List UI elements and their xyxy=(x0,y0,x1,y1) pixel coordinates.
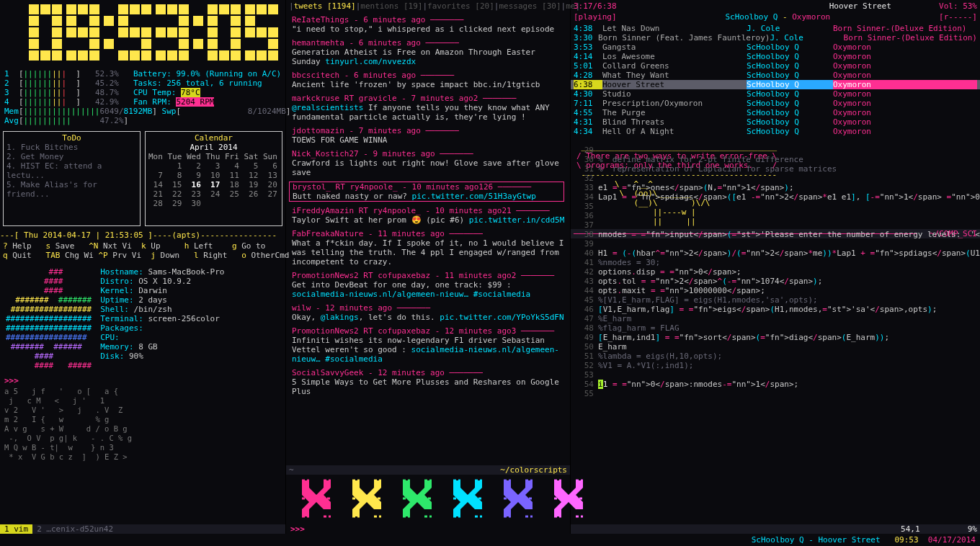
tweet[interactable]: Nick_Kostich27 - 9 minutes ago ───────Cr… xyxy=(292,149,567,177)
track-list[interactable]: 4:38Let Nas DownJ. ColeBorn Sinner-(Delu… xyxy=(571,24,980,139)
tweet[interactable]: PromotionNews2 RT cofupaxebaz - 12 minut… xyxy=(292,326,567,364)
tmux-tab[interactable]: 2 …cenix-d52un42 xyxy=(32,524,117,534)
tweet[interactable]: brystol_ RT ry4npoole_ - 10 minutes ago1… xyxy=(289,182,564,202)
editor-status: 54,1 9% xyxy=(571,524,980,534)
tweet[interactable]: SocialSavvyGeek - 12 minutes ago ───────… xyxy=(292,368,567,396)
prompt-2[interactable]: >>> xyxy=(286,522,570,534)
keymap-grid: a 5 j f ' o [ a { j c M < j ' 1 v 2 V ' … xyxy=(0,385,285,463)
tweet[interactable]: bbcscitech - 6 minutes ago ───────Ancien… xyxy=(292,71,567,89)
tweet[interactable]: iFreddyAmazin RT ry4npoole_ - 10 minutes… xyxy=(292,206,567,225)
tmux-tab[interactable]: 1 vim xyxy=(0,524,32,534)
calendar-panel: Calendar April 2014Mon Tue Wed Thu Fri S… xyxy=(145,131,282,226)
colorscripts-status: ~ ~/colorscripts xyxy=(286,465,570,475)
tweet-list[interactable]: ReIateThings - 6 minutes ago ───────"i n… xyxy=(286,14,570,465)
todo-item: 1. Fuck Bitches xyxy=(6,143,137,152)
colorscript-output xyxy=(286,475,570,522)
todo-item: 4. HIST EC: attend a lectu... xyxy=(6,161,137,180)
tmux-tabs[interactable]: 1 vim2 …cenix-d52un42 xyxy=(0,524,285,534)
tweet[interactable]: markckruse RT gravicle - 7 minutes ago2 … xyxy=(292,94,567,122)
x-glyph xyxy=(450,478,485,522)
tweet-tabs[interactable]: |tweets [1194]|mentions [19]|favorites [… xyxy=(286,0,570,14)
track-row[interactable]: 4:31Blind ThreatsScHoolboy QOxymoron xyxy=(571,117,980,127)
track-row[interactable]: 4:34Hell Of A NightScHoolboy QOxymoron xyxy=(571,127,980,136)
calendar-title: Calendar xyxy=(148,133,279,143)
htop-panel: 1 [||||||||| ] 52.3% Battery: 99.0% (Run… xyxy=(0,68,285,128)
track-row[interactable]: 4:55The PurgeScHoolboy QOxymoron xyxy=(571,108,980,117)
x-glyph xyxy=(299,478,334,522)
prompt[interactable]: >>> xyxy=(0,373,285,385)
x-glyph xyxy=(349,478,384,522)
track-row[interactable]: 4:38Let Nas DownJ. ColeBorn Sinner-(Delu… xyxy=(571,24,980,33)
todo-title: ToDo xyxy=(6,133,137,143)
tab[interactable]: tweets [1194] xyxy=(294,1,356,11)
tweet[interactable]: PromotionNews2 RT cofupaxebaz - 11 minut… xyxy=(292,271,567,299)
player-header: 3:17/6:38 Hoover Street Vol: 53% xyxy=(571,0,980,12)
track-row[interactable]: 6:38Hoover StreetScHoolboy QOxymoron xyxy=(571,80,980,89)
tab[interactable]: messages [30] xyxy=(499,1,561,11)
tab[interactable]: mentions [19] xyxy=(360,1,422,11)
todo-item: 2. Get Money xyxy=(6,152,137,161)
ascii-art: ### #### #### ####### ####### ##########… xyxy=(6,267,92,370)
code-editor[interactable]: 2930% define matrix for 2-pt finite diff… xyxy=(571,144,980,524)
todo-item: 5. Make Alias's for friend... xyxy=(6,180,137,199)
apts-bar: ---[ Thu 2014-04-17 | 21:53:05 ]----(apt… xyxy=(0,231,285,240)
player-subheader: [playing] ScHoolboy Q - Oxymoron [r-----… xyxy=(571,12,980,24)
todo-panel: ToDo 1. Fuck Bitches2. Get Money4. HIST … xyxy=(3,131,141,226)
tweet[interactable]: FabFreakaNature - 11 minutes ago ───────… xyxy=(292,229,567,267)
track-row[interactable]: 5:01Collard GreensScHoolboy QOxymoron xyxy=(571,61,980,71)
track-row[interactable]: 4:14Los AwesomeScHoolboy QOxymoron xyxy=(571,52,980,61)
track-row[interactable]: 4:28What They WantScHoolboy QOxymoron xyxy=(571,71,980,80)
big-clock xyxy=(0,0,285,68)
tmux-status: ScHoolboy Q - Hoover Street 09:53 04/17/… xyxy=(0,534,980,546)
x-glyph xyxy=(501,478,535,522)
tweet[interactable]: wilw - 12 minutes ago ───────Okay, @laki… xyxy=(292,303,567,322)
key-help: ? Help s Save ^N Nxt Vi k Up h Left g Go… xyxy=(0,240,285,261)
track-row[interactable]: 4:30StudioScHoolboy QOxymoron xyxy=(571,89,980,99)
track-row[interactable]: 3:53GangstaScHoolboy QOxymoron xyxy=(571,42,980,52)
system-info: Hostname: Sams-MacBook-Pro Distro: OS X … xyxy=(100,267,224,370)
track-row[interactable]: 7:11Prescription/OxymoronScHoolboy QOxym… xyxy=(571,99,980,108)
tab[interactable]: favorites [20] xyxy=(427,1,494,11)
track-row[interactable]: 3:30Born Sinner (Feat. James Fauntleroy)… xyxy=(571,33,980,42)
tweet[interactable]: ReIateThings - 6 minutes ago ───────"i n… xyxy=(292,15,567,34)
tweet[interactable]: jdottomazin - 7 minutes ago ───────TOEWS… xyxy=(292,126,567,145)
tweet[interactable]: hemantmehta - 6 minutes ago ───────Gener… xyxy=(292,38,567,66)
x-glyph xyxy=(400,478,435,522)
